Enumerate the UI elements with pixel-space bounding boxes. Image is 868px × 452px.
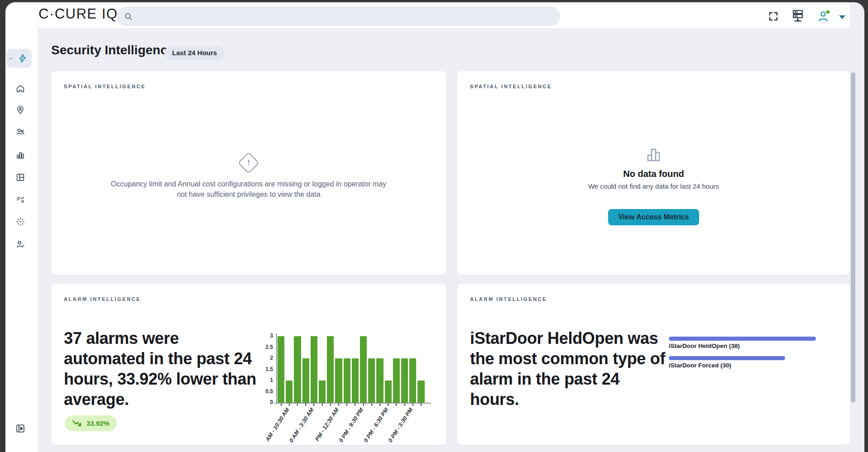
y-axis-tick-label: 2.5 <box>255 344 273 350</box>
y-axis-line <box>276 333 277 404</box>
time-filter-chip[interactable]: Last 24 Hours <box>164 46 225 60</box>
x-axis-label: 0 PM - 9:30 PM <box>338 407 364 443</box>
bar <box>417 381 424 403</box>
y-axis-tick-label: 2 <box>255 355 273 361</box>
bar <box>335 358 342 403</box>
bar <box>352 358 359 403</box>
expand-sidebar-icon[interactable] <box>15 423 25 433</box>
x-axis-tick <box>289 404 290 406</box>
x-axis-tick <box>338 404 339 406</box>
bar <box>319 381 326 403</box>
people-icon[interactable] <box>15 127 25 137</box>
y-axis-tick-label: 0.5 <box>255 388 273 395</box>
card-section-label: ALARM INTELLIGENCE <box>64 296 141 302</box>
no-data-chart-icon <box>646 147 662 162</box>
x-axis-tick <box>346 404 347 406</box>
person-check-icon[interactable] <box>15 239 25 249</box>
card-alarm-intelligence-top-type: ALARM INTELLIGENCE iStarDoor HeldOpen wa… <box>457 284 850 445</box>
vertical-scrollbar[interactable] <box>851 72 855 403</box>
alarm-headline: iStarDoor HeldOpen was the most common t… <box>470 328 669 409</box>
bar <box>393 358 400 403</box>
alarm-type-bar-label: iStarDoor Forced (30) <box>669 362 731 369</box>
x-axis-tick <box>388 404 388 406</box>
alarm-headline: 37 alarms were automated in the past 24 … <box>64 328 263 409</box>
server-icon[interactable] <box>791 9 804 23</box>
bar <box>344 358 350 403</box>
bar <box>302 358 309 403</box>
x-axis-label: 0 PM - 3:30 PM <box>387 407 414 443</box>
card-section-label: SPATIAL INTELLIGENCE <box>64 84 146 89</box>
trend-down-icon <box>72 420 83 427</box>
x-axis-tick <box>412 404 413 406</box>
bar <box>278 336 284 403</box>
search-bar[interactable] <box>117 6 560 26</box>
x-axis-tick <box>281 404 282 406</box>
bar <box>409 358 416 403</box>
bar <box>368 358 375 403</box>
view-access-metrics-button[interactable]: View Access Metrics <box>608 209 699 225</box>
x-axis-tick <box>355 404 355 406</box>
checklist-icon[interactable] <box>15 195 25 205</box>
card-section-label: ALARM INTELLIGENCE <box>470 296 547 302</box>
bar <box>327 336 334 403</box>
app-panel: ← C·CURE IQ <box>5 2 864 452</box>
layout-icon[interactable] <box>15 172 25 182</box>
account-icon[interactable] <box>817 10 831 23</box>
x-axis-tick <box>404 404 405 406</box>
sidebar <box>5 2 38 452</box>
bar <box>401 358 408 403</box>
flare-icon[interactable] <box>15 217 25 227</box>
bar <box>376 358 383 403</box>
back-arrow-icon[interactable]: ← <box>8 54 14 61</box>
card-spatial-intelligence-access: SPATIAL INTELLIGENCE No data found We co… <box>457 71 850 275</box>
x-axis-tick <box>313 404 314 406</box>
x-axis-tick <box>330 404 331 406</box>
alarm-type-bar <box>669 337 816 341</box>
bar <box>385 381 392 403</box>
x-axis-label: AM - 10:30 AM <box>264 407 290 442</box>
card-alarm-intelligence-automated: ALARM INTELLIGENCE 37 alarms were automa… <box>51 284 446 445</box>
x-axis-tick <box>421 404 422 406</box>
alarm-type-bar-label: iStarDoor HeldOpen (38) <box>669 343 740 349</box>
bar <box>360 336 367 403</box>
x-axis-tick <box>297 404 298 406</box>
y-axis-tick-label: 1 <box>255 377 273 383</box>
x-axis-label: 0 PM - 6:30 PM <box>362 407 389 443</box>
page-title: Security Intelligence <box>51 43 174 57</box>
home-icon[interactable] <box>15 84 25 94</box>
fullscreen-icon[interactable] <box>768 11 779 22</box>
warning-message: Occupancy limit and Annual cost configur… <box>108 179 389 200</box>
card-section-label: SPATIAL INTELLIGENCE <box>470 84 552 89</box>
x-axis-tick <box>379 404 380 406</box>
y-axis-tick-label: 3 <box>255 333 273 339</box>
y-axis-tick-label: 1.5 <box>255 366 273 372</box>
alarm-type-bar <box>669 356 785 360</box>
x-axis-tick <box>305 404 306 406</box>
bar-chart-icon[interactable] <box>15 150 25 160</box>
flash-icon[interactable] <box>18 53 28 63</box>
x-axis-tick <box>322 404 323 406</box>
x-axis-label: PM - 12:30 AM <box>314 407 340 442</box>
x-axis-tick <box>371 404 372 406</box>
x-axis-tick <box>363 404 364 406</box>
x-axis-tick <box>396 404 397 406</box>
x-axis-label: 0 AM - 3:30 AM <box>288 407 315 443</box>
search-icon <box>124 12 133 21</box>
location-person-icon[interactable] <box>15 105 25 115</box>
card-spatial-intelligence-occupancy: SPATIAL INTELLIGENCE ! Occupancy limit a… <box>51 71 446 275</box>
trend-badge: 33.92% <box>65 415 117 431</box>
caret-down-icon[interactable] <box>839 15 846 19</box>
bar <box>311 336 317 403</box>
warning-diamond-icon: ! <box>238 152 259 174</box>
app-logo: C·CURE IQ <box>38 6 118 22</box>
bar <box>286 381 293 403</box>
trend-badge-value: 33.92% <box>86 419 110 427</box>
bar <box>294 336 301 403</box>
app-root: { "app": { "logo": "C·CURE IQ", "search"… <box>0 0 868 452</box>
search-input[interactable] <box>136 6 560 27</box>
empty-state-title: No data found <box>457 169 850 179</box>
empty-state-subtitle: We could not find any data for last 24 h… <box>457 182 850 190</box>
y-axis-tick-label: 0 <box>255 399 273 405</box>
